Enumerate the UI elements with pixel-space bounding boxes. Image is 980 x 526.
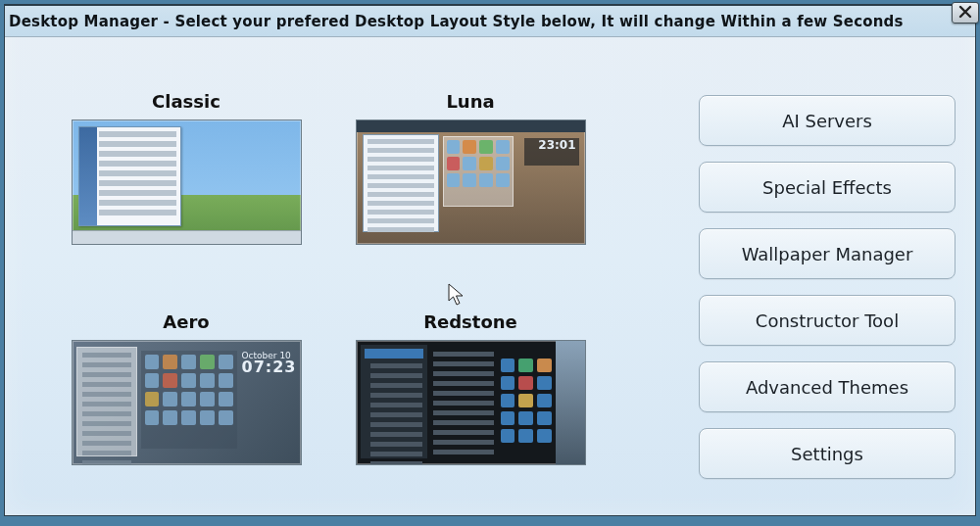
layout-label: Luna xyxy=(446,91,494,112)
window-title: Desktop Manager - Select your prefered D… xyxy=(9,13,904,30)
layout-grid: Classic Luna 23:01 xyxy=(64,91,699,492)
layout-label: Redstone xyxy=(423,311,517,332)
layout-thumbnail-classic xyxy=(72,120,302,245)
layout-label: Classic xyxy=(152,91,220,112)
layout-thumbnail-luna: 23:01 xyxy=(356,120,586,245)
constructor-tool-button[interactable]: Constructor Tool xyxy=(699,295,956,346)
close-button[interactable] xyxy=(952,2,979,24)
special-effects-button[interactable]: Special Effects xyxy=(699,162,956,213)
desktop-manager-window: Desktop Manager - Select your prefered D… xyxy=(4,4,976,516)
advanced-themes-button[interactable]: Advanced Themes xyxy=(699,361,956,412)
button-label: Advanced Themes xyxy=(746,377,908,398)
button-label: Constructor Tool xyxy=(756,311,899,331)
layout-option-luna[interactable]: Luna 23:01 xyxy=(348,91,593,258)
wallpaper-manager-button[interactable]: Wallpaper Manager xyxy=(699,228,956,279)
titlebar: Desktop Manager - Select your prefered D… xyxy=(5,6,975,37)
layout-label: Aero xyxy=(163,311,209,332)
layout-option-aero[interactable]: Aero October 10 07:23 xyxy=(64,311,309,478)
sidebar: AI Servers Special Effects Wallpaper Man… xyxy=(699,91,956,492)
button-label: Special Effects xyxy=(762,177,892,198)
button-label: AI Servers xyxy=(782,111,872,131)
button-label: Settings xyxy=(791,444,863,464)
close-icon xyxy=(958,4,972,23)
thumb-clock: October 10 07:23 xyxy=(242,351,297,372)
button-label: Wallpaper Manager xyxy=(742,244,913,264)
ai-servers-button[interactable]: AI Servers xyxy=(699,95,956,146)
layout-thumbnail-aero: October 10 07:23 xyxy=(72,340,302,465)
thumb-clock: 23:01 xyxy=(524,138,579,166)
layout-option-redstone[interactable]: Redstone xyxy=(348,311,593,478)
settings-button[interactable]: Settings xyxy=(699,428,956,479)
layout-option-classic[interactable]: Classic xyxy=(64,91,309,258)
layout-thumbnail-redstone xyxy=(356,340,586,465)
